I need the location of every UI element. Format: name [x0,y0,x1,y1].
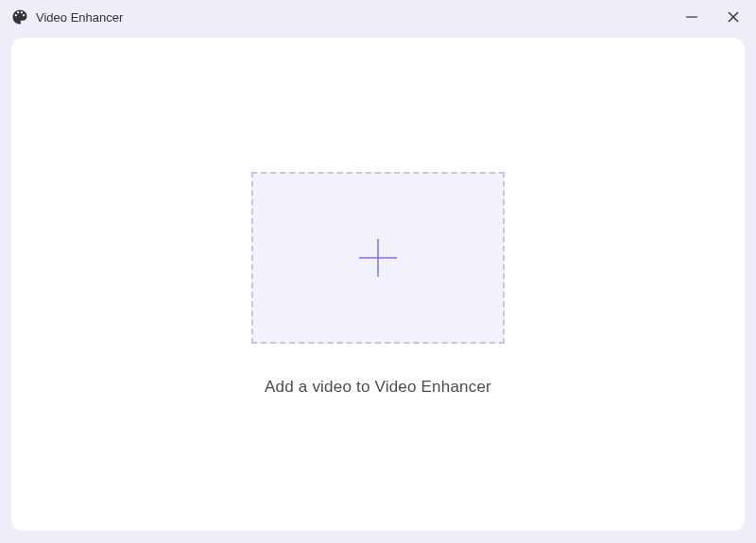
close-button[interactable] [722,6,745,28]
minimize-button[interactable] [680,6,703,28]
titlebar: Video Enhancer [0,0,756,34]
window-controls [680,6,745,28]
titlebar-left: Video Enhancer [11,8,123,25]
palette-icon [11,8,28,25]
app-title: Video Enhancer [36,10,123,25]
main-panel: Add a video to Video Enhancer [11,38,745,531]
plus-icon [354,234,402,281]
add-video-dropzone[interactable] [251,172,505,344]
instruction-text: Add a video to Video Enhancer [265,378,491,397]
